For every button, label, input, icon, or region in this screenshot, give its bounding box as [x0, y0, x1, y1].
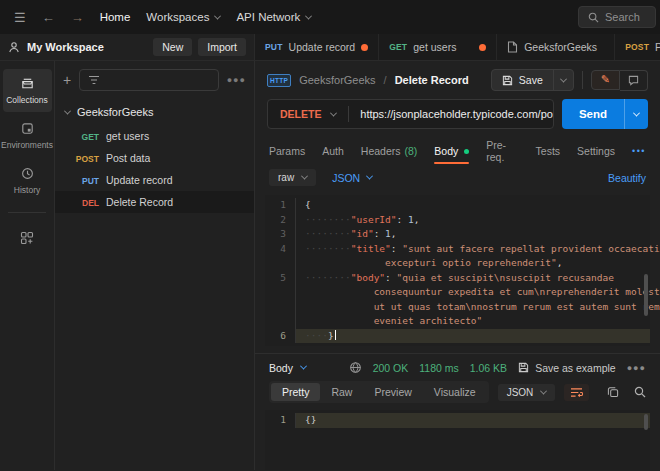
rail-item-history[interactable]: History	[3, 159, 52, 202]
response-size[interactable]: 1.06 KB	[470, 362, 507, 374]
code-content: {}	[295, 413, 650, 428]
tab-headers[interactable]: Headers(8)	[361, 138, 418, 164]
edit-pencil-button[interactable]: ✎	[591, 70, 620, 90]
chevron-down-icon	[366, 173, 373, 180]
tab-label: Auth	[322, 145, 344, 157]
tab-auth[interactable]: Auth	[322, 138, 344, 164]
wrap-lines-button[interactable]	[564, 384, 589, 401]
code-token: consequuntur expedita et cum\nreprehende…	[374, 286, 660, 297]
response-body-editor[interactable]: 1{}	[265, 410, 650, 470]
sidebar-request-update-record[interactable]: PUTUpdate record	[55, 169, 254, 191]
divider	[582, 71, 583, 89]
response-view-visualize[interactable]: Visualize	[423, 383, 487, 401]
line-number	[265, 285, 295, 300]
request-body-editor[interactable]: 1{2········"userId": 1,3········"id": 1,…	[265, 195, 650, 346]
code-line: ut ut quas totam\nnostrum rerum est aute…	[265, 300, 650, 315]
collection-requests: GETget usersPOSTPost dataPUTUpdate recor…	[55, 125, 254, 213]
code-line: 3········"id": 1,	[265, 227, 650, 242]
search-icon	[588, 12, 599, 23]
request-tabs-more-menu[interactable]: •••	[632, 146, 646, 156]
response-view-pretty[interactable]: Pretty	[271, 383, 320, 401]
file-icon	[507, 41, 518, 53]
code-line: 6····}	[265, 329, 650, 344]
import-button[interactable]: Import	[198, 38, 246, 56]
open-request-tab[interactable]: GeeksforGeeks	[497, 34, 615, 60]
chevron-expanded-icon	[64, 107, 71, 114]
response-view-raw[interactable]: Raw	[320, 383, 363, 401]
code-token: ,	[391, 228, 397, 239]
nav-api-network[interactable]: API Network	[236, 11, 311, 23]
rail-item-more-modules[interactable]	[3, 223, 52, 253]
breadcrumb-request-name[interactable]: Delete Record	[395, 74, 469, 86]
code-token: "id"	[351, 228, 374, 239]
tab-label: Headers	[361, 145, 401, 157]
language-dropdown[interactable]: JSON	[332, 172, 372, 184]
tab-params[interactable]: Params	[269, 138, 305, 164]
hamburger-menu-icon[interactable]: ☰	[14, 10, 26, 25]
response-language-dropdown[interactable]: JSON	[498, 384, 556, 401]
search-response-icon[interactable]	[634, 386, 646, 398]
code-token: ,	[414, 214, 420, 225]
save-dropdown-button[interactable]	[553, 70, 573, 90]
editor-scrollbar[interactable]	[644, 274, 648, 316]
network-globe-icon[interactable]	[349, 361, 362, 374]
body-format-dropdown[interactable]: raw	[269, 169, 316, 186]
response-time[interactable]: 1180 ms	[419, 362, 459, 374]
tab-method-label: POST	[625, 42, 649, 52]
sidebar-request-get-users[interactable]: GETget users	[55, 125, 254, 147]
rail-item-collections[interactable]: Collections	[3, 69, 52, 112]
save-floppy-icon	[502, 75, 513, 86]
collection-geeksforgeeks[interactable]: GeeksforGeeks	[55, 101, 254, 125]
nav-home[interactable]: Home	[100, 11, 131, 23]
unsaved-dot	[361, 44, 368, 51]
sidebar-request-post-data[interactable]: POSTPost data	[55, 147, 254, 169]
new-button[interactable]: New	[153, 38, 192, 56]
url-input[interactable]: https://jsonplaceholder.typicode.com/pos…	[349, 108, 553, 120]
response-body-dropdown[interactable]: Body	[269, 362, 306, 374]
tab-body[interactable]: Body	[434, 138, 469, 164]
add-request-button[interactable]: +	[63, 73, 71, 87]
send-dropdown-button[interactable]	[624, 99, 648, 129]
comment-button[interactable]	[620, 70, 648, 91]
copy-icon[interactable]	[607, 386, 619, 398]
save-as-example-button[interactable]: Save as example	[518, 362, 616, 374]
back-arrow-icon[interactable]: ←	[42, 10, 55, 25]
breadcrumb-collection[interactable]: GeeksforGeeks	[299, 74, 375, 86]
request-method-label: POST	[55, 154, 99, 164]
sidebar-more-menu[interactable]: ●●●	[227, 75, 246, 85]
workspace-icon[interactable]	[8, 41, 20, 53]
workspace-title[interactable]: My Workspace	[27, 41, 104, 53]
open-request-tab[interactable]: PUTUpdate record	[255, 34, 379, 60]
rail-item-environments[interactable]: Environments	[3, 114, 52, 157]
code-token: "quia et suscipit\nsuscipit recusandae	[397, 272, 614, 283]
response-scrollbar[interactable]	[644, 414, 648, 430]
method-dropdown[interactable]: DELETE	[268, 108, 348, 120]
response-view-preview[interactable]: Preview	[363, 383, 422, 401]
code-token: :	[397, 214, 408, 225]
chevron-down-icon	[300, 363, 307, 370]
nav-workspaces[interactable]: Workspaces	[146, 11, 220, 23]
tab-prereq[interactable]: Pre-req.	[486, 138, 518, 164]
global-search-input[interactable]: Search	[578, 6, 656, 28]
send-button[interactable]: Send	[562, 99, 648, 129]
code-token: :	[391, 243, 402, 254]
code-token: "body"	[351, 272, 385, 283]
status-badge[interactable]: 200 OK	[373, 362, 409, 374]
beautify-button[interactable]: Beautify	[608, 172, 646, 184]
tab-tests[interactable]: Tests	[536, 138, 561, 164]
open-request-tab[interactable]: POSTPost	[615, 34, 660, 60]
save-button[interactable]: Save	[491, 69, 574, 91]
code-token: "sunt aut facere repellat provident occa…	[402, 243, 659, 254]
open-request-tab[interactable]: GETget users	[379, 34, 497, 60]
response-more-menu[interactable]: ●●●	[627, 363, 646, 373]
sidebar-request-delete-record[interactable]: DELDelete Record	[55, 191, 254, 213]
comment-icon	[628, 75, 639, 86]
grid-plus-icon	[19, 230, 35, 246]
filter-input[interactable]	[79, 69, 219, 91]
request-name: Post data	[106, 152, 150, 164]
save-label: Save	[519, 74, 543, 86]
tab-settings[interactable]: Settings	[577, 138, 615, 164]
forward-arrow-icon[interactable]: →	[71, 10, 84, 25]
tab-label: Settings	[577, 145, 615, 157]
code-content: ········"userId": 1,	[295, 213, 650, 228]
